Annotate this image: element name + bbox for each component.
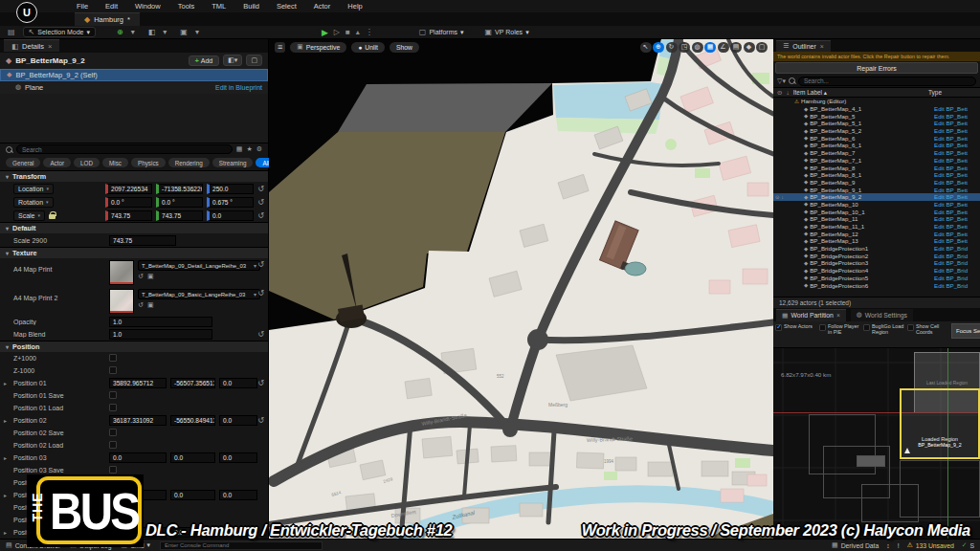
tab-details[interactable]: ◧ Details × <box>4 39 59 52</box>
outliner-row[interactable]: ◆ BP_BetterMap_10_1 Edit BP_Bett <box>773 208 980 215</box>
texture-thumbnail[interactable] <box>109 260 134 285</box>
source-control-button[interactable]: ✓ S <box>962 541 974 549</box>
wp-check-item[interactable]: Show Cell Coords <box>907 323 949 335</box>
checkbox[interactable] <box>775 324 782 331</box>
move-tool-icon[interactable]: ⊕ <box>653 42 664 53</box>
view-options-button[interactable]: ◧▾ <box>223 55 242 66</box>
outliner-item-type-link[interactable]: Edit BP_Bett <box>934 209 978 215</box>
tree-row-self[interactable]: ◆ BP_BetterMap_9_2 (Self) <box>0 69 268 81</box>
position-checkbox[interactable] <box>109 404 117 411</box>
expander-icon[interactable]: ▸ <box>4 380 7 386</box>
x-value-field[interactable]: 743.75 <box>105 210 152 221</box>
reset-to-default-icon[interactable]: ↺ <box>257 416 264 425</box>
asset-picker-dropdown[interactable]: T_BetterMap_09_Basic_LangeReihe_03▾ <box>138 289 260 299</box>
z-value-field[interactable]: 0.0 <box>219 415 257 426</box>
y-value-field[interactable]: 0.0 <box>170 490 215 500</box>
world-space-icon[interactable]: ◍ <box>692 42 703 53</box>
section-default[interactable]: ▾ Default <box>0 222 268 233</box>
scale-lock-icon[interactable] <box>49 211 56 219</box>
filter-chip[interactable]: Actor <box>43 158 71 167</box>
outliner-row[interactable]: ◆ BP_BetterMap_7 Edit BP_Bett <box>773 149 980 157</box>
outliner-item-type-link[interactable]: Edit BP_Brid <box>934 275 978 281</box>
chevron-down-icon[interactable]: ▾ <box>163 28 167 36</box>
menu-item[interactable]: TML <box>212 2 226 11</box>
section-texture[interactable]: ▾ Texture <box>0 247 268 258</box>
wp-check-item[interactable]: Show Actors <box>775 323 817 335</box>
outliner-item-type-link[interactable]: Edit BP_Bett <box>934 142 978 148</box>
outliner-item-type-link[interactable]: Edit BP_Bett <box>934 187 978 193</box>
outliner-row[interactable]: ◆ BP_BetterMap_9_1 Edit BP_Bett <box>773 186 980 193</box>
frame-skip-button[interactable]: ▷ <box>334 28 340 36</box>
section-transform[interactable]: ▾ Transform <box>0 170 268 182</box>
tab-world-partition[interactable]: ▦ World Partition × <box>776 309 846 321</box>
settings-icon[interactable]: ⚙ <box>256 145 262 153</box>
position-checkbox[interactable] <box>109 429 117 436</box>
y-value-field[interactable]: 743.75 <box>156 210 203 221</box>
play-options-icon[interactable]: ⋮ <box>366 28 373 36</box>
menu-item[interactable]: Tools <box>178 2 195 11</box>
filter-chip[interactable]: Physics <box>131 158 166 167</box>
position-checkbox[interactable] <box>109 391 117 399</box>
filter-chip[interactable]: General <box>6 158 40 167</box>
outliner-row[interactable]: ◆ BP_BetterMap_8_1 Edit BP_Bett <box>773 171 980 179</box>
lock-button[interactable]: ▢ <box>246 55 262 66</box>
scale2900-value[interactable]: 743.75 <box>109 235 176 246</box>
stop-button[interactable]: ■ <box>345 28 350 36</box>
eye-icon[interactable]: ⊙ <box>777 89 782 97</box>
outliner-row[interactable]: ◆ BP_BetterMap_11 Edit BP_Bett <box>773 215 980 223</box>
outliner-item-type-link[interactable]: Edit BP_Brid <box>934 267 978 274</box>
repair-errors-button[interactable]: Repair Errors <box>775 62 978 74</box>
outliner-row[interactable]: ◆ BP_BridgeProtection1 Edit BP_Brid <box>773 245 980 253</box>
outliner-row[interactable]: ◆ BP_BetterMap_7_1 Edit BP_Bett <box>773 157 980 165</box>
grid-view-icon[interactable]: ▦ <box>236 145 243 153</box>
outliner-row[interactable]: ◆ BP_BetterMap_10 Edit BP_Bett <box>773 201 980 209</box>
y-value-field[interactable]: 0.0 ° <box>156 197 203 208</box>
reset-to-default-icon[interactable]: ↺ <box>257 260 264 269</box>
outliner-item-type-link[interactable]: Edit BP_Bett <box>934 165 978 171</box>
rotation-snap-icon[interactable]: ∠ <box>718 42 729 53</box>
unsaved-button[interactable]: ⚠ 133 Unsaved <box>907 541 954 549</box>
cinematics-icon[interactable]: ▣ <box>180 28 188 36</box>
type-column[interactable]: Type <box>928 89 976 96</box>
outliner-item-type-link[interactable]: Edit BP_Bett <box>934 179 978 186</box>
position-checkbox[interactable] <box>109 366 117 374</box>
z-value-field[interactable]: 250.0 <box>207 184 254 194</box>
tab-world-settings[interactable]: ◍ World Settings <box>851 309 913 321</box>
unreal-logo-icon[interactable]: U <box>16 2 37 23</box>
transform-axis-dropdown[interactable]: Scale▾ <box>13 210 45 221</box>
reset-to-default-icon[interactable]: ↺ <box>257 289 264 298</box>
checkbox[interactable] <box>819 324 826 331</box>
outliner-item-type-link[interactable]: Edit BP_Bett <box>934 223 978 230</box>
favorites-icon[interactable]: ★ <box>246 145 252 153</box>
outliner-item-type-link[interactable]: Edit BP_Bett <box>934 120 978 126</box>
tab-hamburg[interactable]: ◆ Hamburg * <box>75 12 140 26</box>
chevron-down-icon[interactable]: ▾ <box>131 28 135 36</box>
checkbox[interactable] <box>863 324 870 331</box>
select-tool-icon[interactable]: ↖ <box>640 42 652 53</box>
vp-roles-dropdown[interactable]: ▣ VP Roles ▾ <box>485 28 529 36</box>
wp-check-item[interactable]: BugItGo Load Region <box>863 323 905 335</box>
position-checkbox[interactable] <box>109 466 117 474</box>
perspective-dropdown[interactable]: ▣ Perspective <box>290 42 346 53</box>
close-icon[interactable]: × <box>48 42 52 51</box>
outliner-row[interactable]: ◆ BP_BridgeProtection6 Edit BP_Brid <box>773 281 980 289</box>
expander-icon[interactable]: ▸ <box>4 492 7 498</box>
wp-check-item[interactable]: Follow Player in PIE <box>819 323 861 335</box>
outliner-row[interactable]: ◆ BP_BetterMap_6 Edit BP_Bett <box>773 134 980 142</box>
z-value-field[interactable]: 0.0 <box>219 490 257 500</box>
grid-snap-icon[interactable]: ▦ <box>704 42 716 53</box>
reset-to-default-icon[interactable]: ↺ <box>257 185 264 193</box>
section-position[interactable]: ▾ Position <box>0 341 268 352</box>
z-value-field[interactable]: 0.0 <box>219 452 257 463</box>
outliner-item-type-link[interactable]: Edit BP_Bett <box>934 171 978 178</box>
outliner-row[interactable]: ◆ BP_BetterMap_5_1 Edit BP_Bett <box>773 120 980 127</box>
filter-chip[interactable]: Misc <box>102 158 128 167</box>
close-icon[interactable]: × <box>820 43 824 50</box>
save-icon[interactable]: ▤ <box>8 28 15 36</box>
close-icon[interactable]: × <box>836 312 840 319</box>
outliner-item-type-link[interactable]: Edit BP_Bett <box>934 201 978 208</box>
rotate-tool-icon[interactable]: ↻ <box>666 42 678 53</box>
outliner-row[interactable]: ⚠ Hamburg (Editor) <box>773 98 980 105</box>
browse-to-asset-icon[interactable]: ▣ <box>147 301 154 309</box>
opacity-value[interactable]: 1.0 <box>109 317 212 327</box>
